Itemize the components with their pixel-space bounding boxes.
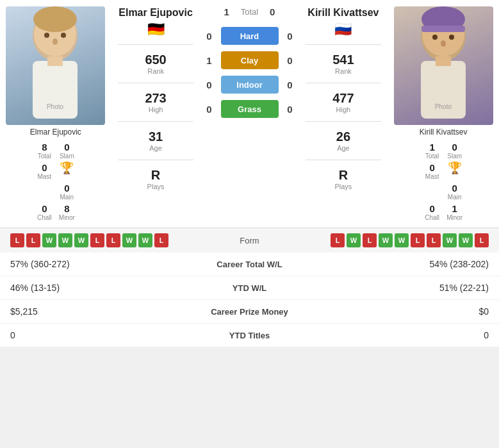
form-badge-right: W (347, 233, 361, 247)
right-plays-stat: R Plays (334, 168, 352, 190)
right-total-score: 0 (266, 6, 279, 17)
form-badge-right: W (443, 233, 457, 247)
grass-right-score: 0 (284, 104, 297, 115)
left-total-label: Total (38, 153, 51, 160)
rdivider1 (306, 44, 381, 45)
hard-court-btn[interactable]: Hard (221, 27, 279, 45)
form-badge-left: W (74, 233, 88, 247)
trophy-icon-left: 🏆 (60, 162, 74, 174)
right-plays-value: R (339, 168, 348, 183)
svg-text:Photo: Photo (435, 103, 452, 110)
hard-right-score: 0 (284, 31, 297, 42)
divider4 (118, 160, 193, 160)
svg-point-13 (432, 35, 438, 40)
right-player-photo: Photo (394, 6, 493, 125)
right-trophy: 🏆 (446, 162, 462, 180)
stat-right-value: 51% (22-21) (314, 283, 489, 293)
left-chall-value: 0 (42, 203, 47, 214)
right-age-label: Age (337, 144, 350, 152)
left-age-label: Age (149, 144, 162, 152)
stats-row: $5,215Career Prize Money$0 (0, 300, 499, 324)
right-slam-stat: 0 Slam (446, 142, 462, 160)
left-minor-value: 8 (64, 203, 69, 214)
form-badge-right: L (411, 233, 425, 247)
left-name-center: Elmar Ejupovic (119, 6, 193, 19)
indoor-left-score: 0 (203, 79, 216, 90)
form-badge-right: L (363, 233, 377, 247)
stats-rows: 57% (360-272)Career Total W/L54% (238-20… (0, 253, 499, 347)
left-trophy: 🏆 (59, 162, 75, 180)
right-main-label: Main (448, 194, 462, 201)
left-total-value: 8 (42, 142, 47, 153)
main-container: Photo Elmar Ejupovic 8 Total 0 Slam 0 Ma… (0, 0, 499, 347)
left-high-stat: 273 High (145, 91, 166, 113)
right-form-badges: LWLWWLLWWL (279, 233, 489, 247)
indoor-court-btn[interactable]: Indoor (221, 76, 279, 94)
left-chall-stat: 0 Chall (37, 203, 53, 221)
stat-center-label: Career Total W/L (186, 260, 314, 269)
svg-rect-12 (421, 26, 465, 32)
right-minor-stat: 1 Minor (446, 203, 462, 221)
right-rank-stat: 541 Rank (332, 53, 354, 75)
stat-right-value: $0 (314, 306, 489, 317)
clay-left-score: 1 (203, 55, 216, 66)
svg-point-14 (449, 35, 454, 40)
grass-court-btn[interactable]: Grass (221, 100, 279, 118)
right-player-name: Kirill Kivattsev (420, 128, 468, 137)
svg-point-3 (44, 33, 49, 38)
form-badge-left: L (10, 233, 24, 247)
right-total-label: Total (425, 153, 439, 160)
right-total-value: 1 (429, 142, 434, 153)
rdivider3 (306, 121, 381, 122)
form-badge-right: L (331, 233, 345, 247)
left-form-badges: LLWWWLLWWL (10, 233, 220, 247)
right-age-value: 26 (336, 129, 350, 144)
left-plays-value: R (151, 168, 160, 183)
hard-left-score: 0 (203, 31, 216, 42)
form-badge-right: W (395, 233, 409, 247)
trophy-icon-right: 🏆 (448, 162, 462, 174)
left-main-value: 0 (64, 183, 69, 194)
left-rank-stat: 650 Rank (145, 53, 166, 75)
left-center-column: Elmar Ejupovic 🇩🇪 650 Rank 273 High 31 A… (111, 0, 200, 228)
total-label: Total (241, 7, 258, 17)
indoor-right-score: 0 (284, 79, 297, 90)
form-badge-right: W (459, 233, 473, 247)
form-badge-left: W (122, 233, 136, 247)
players-section: Photo Elmar Ejupovic 8 Total 0 Slam 0 Ma… (0, 0, 499, 228)
hard-court-row: 0 Hard 0 (203, 27, 297, 45)
right-slam-value: 0 (452, 142, 457, 153)
svg-rect-17 (436, 56, 451, 66)
svg-point-4 (61, 33, 66, 38)
form-section: LLWWWLLWWL Form LWLWWLLWWL (0, 228, 499, 253)
stat-right-value: 0 (314, 330, 489, 340)
stat-right-value: 54% (238-202) (314, 259, 489, 269)
left-mast-value: 0 (42, 162, 47, 173)
left-age-stat: 31 Age (149, 129, 163, 152)
left-flag: 🇩🇪 (147, 21, 165, 38)
right-age-stat: 26 Age (336, 129, 350, 152)
stat-left-value: 57% (360-272) (10, 259, 186, 269)
stat-center-label: Career Prize Money (186, 307, 314, 317)
left-main-stat (37, 183, 53, 201)
right-player-column: Photo Kirill Kivattsev 1 Total 0 Slam 0 … (388, 0, 499, 228)
form-badge-left: W (58, 233, 72, 247)
right-rank-value: 541 (332, 53, 354, 67)
left-rank-value: 650 (145, 53, 166, 67)
right-flag: 🇷🇺 (334, 21, 352, 38)
clay-court-btn[interactable]: Clay (221, 51, 279, 69)
divider3 (118, 121, 193, 122)
right-sub-stats: 1 Total 0 Slam 0 Mast 🏆 0 Mai (424, 142, 462, 221)
left-player-column: Photo Elmar Ejupovic 8 Total 0 Slam 0 Ma… (0, 0, 111, 228)
left-minor-stat: 8 Minor (59, 203, 75, 221)
left-chall-label: Chall (37, 214, 52, 221)
right-high-stat: 477 High (332, 91, 354, 113)
grass-court-row: 0 Grass 0 (203, 100, 297, 118)
left-mast-label: Mast (37, 173, 51, 180)
left-total-stat: 8 Total (37, 142, 53, 160)
clay-right-score: 0 (284, 55, 297, 66)
left-sub-stats: 8 Total 0 Slam 0 Mast 🏆 0 (37, 142, 75, 221)
svg-point-5 (53, 38, 58, 45)
divider1 (118, 44, 193, 45)
right-name-center: Kirill Kivattsev (307, 6, 379, 19)
